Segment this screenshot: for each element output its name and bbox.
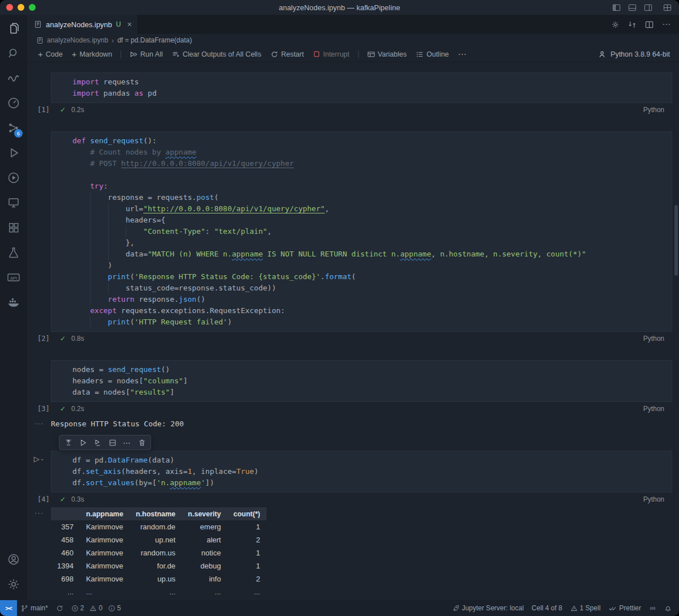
code-line: import pandas as pd	[72, 88, 667, 99]
run-all-button[interactable]: Run All	[126, 48, 167, 61]
settings-gear-icon[interactable]	[0, 572, 27, 597]
add-markdown-cell-button[interactable]: +Markdown	[68, 48, 116, 61]
title-bar: analyzeNodes.ipynb — kafkaPipeline	[0, 0, 679, 15]
code-line: try:	[72, 181, 667, 192]
table-cell: 1	[227, 546, 266, 559]
code-line: },	[72, 237, 667, 249]
notebook-toolbar: +Code +Markdown Run All Clear Outputs of…	[27, 46, 679, 62]
gauge-extension-icon[interactable]	[0, 91, 27, 116]
notebook-cell-3[interactable]: nodes = send_request()headers = nodes["c…	[27, 360, 679, 416]
beaker-testing-icon[interactable]	[0, 240, 27, 265]
reopen-editor-icon[interactable]	[628, 20, 637, 29]
toggle-panel-icon[interactable]	[628, 3, 637, 12]
problems-item[interactable]: 2 0 5	[67, 600, 125, 616]
outline-button[interactable]: Outline	[412, 48, 453, 61]
table-cell: 1	[227, 520, 266, 533]
toggle-secondary-sidebar-icon[interactable]	[644, 3, 652, 12]
toggle-sidebar-icon[interactable]	[612, 3, 621, 12]
svg-text:API: API	[10, 276, 17, 281]
table-cell: ...	[130, 585, 182, 598]
minimize-window-button[interactable]	[18, 4, 24, 11]
more-cell-actions-icon[interactable]: ⋯	[120, 437, 134, 449]
notebook-cell-1[interactable]: import requestsimport pandas as pd [1] ✓…	[27, 72, 679, 117]
explorer-icon[interactable]	[0, 16, 27, 41]
account-icon[interactable]	[0, 547, 27, 572]
notebook-cell-2[interactable]: def send_request():# Count nodes by appn…	[27, 131, 679, 345]
run-below-icon[interactable]	[91, 437, 105, 449]
code-editor[interactable]: nodes = send_request()headers = nodes["c…	[51, 360, 672, 402]
grid-extension-icon[interactable]	[0, 215, 27, 240]
execution-count: [2]	[37, 335, 52, 343]
zoom-window-button[interactable]	[29, 4, 36, 11]
code-editor[interactable]: def send_request():# Count nodes by appn…	[51, 131, 672, 332]
squiggle-extension-icon[interactable]	[0, 66, 27, 91]
output-actions-icon[interactable]: ···	[27, 418, 51, 430]
breadcrumb-symbol[interactable]: df = pd.DataFrame(data)	[117, 36, 192, 44]
cell-output: ··· Response HTTP Status Code: 200	[27, 418, 679, 430]
code-editor[interactable]: import requestsimport pandas as pd	[51, 72, 672, 103]
dataframe-table: n.appnamen.hostnamen.severitycount(*)357…	[51, 507, 267, 598]
variables-button[interactable]: Variables	[363, 48, 411, 61]
prettier-item[interactable]: Prettier	[604, 604, 645, 612]
tab-bar: analyzeNodes.ipynb U × ⋯	[27, 15, 679, 34]
close-tab-icon[interactable]: ×	[127, 20, 132, 29]
sync-icon	[56, 605, 63, 612]
table-cell: 698	[51, 572, 80, 585]
cell-language[interactable]: Python	[643, 405, 664, 413]
notebook-gear-icon[interactable]	[611, 20, 620, 29]
more-actions-icon[interactable]: ⋯	[662, 19, 671, 29]
restart-icon	[270, 50, 278, 58]
remote-explorer-icon[interactable]	[0, 190, 27, 215]
docker-icon[interactable]	[0, 290, 27, 315]
notebook-file-icon	[34, 20, 42, 28]
table-cell: Karimmove	[80, 533, 130, 546]
code-line: url="http://0.0.0.0:8080/api/v1/query/cy…	[72, 203, 667, 215]
notebook-file-icon	[36, 37, 44, 44]
cell-language[interactable]: Python	[643, 335, 664, 343]
search-icon[interactable]	[0, 41, 27, 66]
cell-language[interactable]: Python	[643, 106, 664, 114]
customize-layout-icon[interactable]	[663, 3, 672, 12]
table-row: 1394Karimmovefor.dedebug1	[51, 559, 267, 572]
table-cell: ...	[51, 585, 80, 598]
split-cell-icon[interactable]	[105, 437, 119, 449]
cell-language[interactable]: Python	[643, 495, 664, 503]
api-extension-icon[interactable]: API	[0, 265, 27, 290]
warning-icon	[89, 605, 97, 612]
run-above-icon[interactable]	[61, 437, 75, 449]
notifications-bell-icon[interactable]	[660, 605, 676, 612]
notebook-editor: import requestsimport pandas as pd [1] ✓…	[27, 62, 679, 600]
notebook-cell-4[interactable]: ⋯ ▷⌄ df = pd.DataFrame(data)df.set_axis(…	[27, 451, 679, 506]
restart-kernel-button[interactable]: Restart	[267, 48, 308, 61]
delete-cell-icon[interactable]	[135, 437, 149, 449]
clear-outputs-button[interactable]: Clear Outputs of All Cells	[168, 48, 265, 61]
sync-changes-item[interactable]	[52, 600, 67, 616]
scrollbar-thumb[interactable]	[674, 205, 678, 276]
run-cell-icon[interactable]	[76, 437, 90, 449]
run-debug-icon[interactable]	[0, 140, 27, 165]
output-actions-icon[interactable]: ···	[27, 507, 51, 598]
git-branch-item[interactable]: main*	[17, 600, 52, 616]
breadcrumb-file[interactable]: analyzeNodes.ipynb	[47, 36, 108, 44]
code-editor[interactable]: df = pd.DataFrame(data)df.set_axis(heade…	[51, 451, 672, 493]
tab-analyzenodes[interactable]: analyzeNodes.ipynb U ×	[27, 15, 138, 34]
interrupt-button[interactable]: Interrupt	[309, 48, 354, 61]
code-line: response = requests.post(	[72, 192, 667, 203]
table-row: 698Karimmoveup.usinfo2	[51, 572, 267, 585]
cell-hover-toolbar: ⋯	[59, 435, 151, 450]
cell-position-item[interactable]: Cell 4 of 8	[528, 604, 566, 612]
close-window-button[interactable]	[6, 4, 13, 11]
spell-checker-item[interactable]: 1 Spell	[566, 604, 605, 612]
run-cell-button[interactable]: ▷⌄	[34, 455, 45, 463]
feedback-icon[interactable]	[645, 605, 660, 612]
remote-indicator[interactable]: ><	[0, 600, 17, 616]
graph-extension-icon[interactable]: 6	[0, 116, 27, 140]
more-toolbar-actions-icon[interactable]: ⋯	[454, 48, 471, 61]
jupyter-server-item[interactable]: Jupyter Server: local	[448, 604, 527, 612]
table-cell: Karimmove	[80, 520, 130, 533]
split-editor-icon[interactable]	[645, 20, 654, 29]
kernel-picker-button[interactable]: Python 3.8.9 64-bit	[609, 48, 671, 61]
table-cell: ...	[80, 585, 130, 598]
add-code-cell-button[interactable]: +Code	[34, 48, 67, 61]
play-circle-icon[interactable]	[0, 165, 27, 190]
